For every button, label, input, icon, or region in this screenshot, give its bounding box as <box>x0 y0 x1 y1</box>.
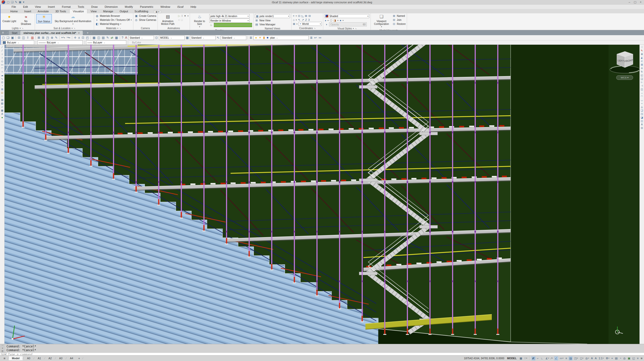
sun-status-button[interactable]: ☀ Sun Status <box>36 14 52 23</box>
pause-icon[interactable]: ‖ <box>181 14 183 17</box>
polar-tracking-icon[interactable]: ∡▾ <box>545 357 549 360</box>
ucs-face-icon[interactable]: ◺ <box>302 14 304 18</box>
chevron-down-icon[interactable]: ▾ <box>64 37 65 39</box>
text-icon[interactable]: A <box>1 113 3 115</box>
viewport-configuration-button[interactable]: ❏ Viewport Configuration ▾ <box>372 14 391 28</box>
chevron-down-icon[interactable]: ▾ <box>577 357 578 359</box>
offset-icon[interactable]: ⊂ <box>641 60 643 63</box>
ucs-z-icon[interactable]: Z <box>305 18 307 21</box>
panel-launcher-icon[interactable]: ↘ <box>119 27 121 29</box>
chevron-down-icon[interactable]: ▾ <box>337 19 338 22</box>
ucs-origin-icon[interactable]: ⌂ <box>293 18 295 21</box>
erase-icon[interactable]: ⊠ <box>37 35 41 40</box>
chevron-down-icon[interactable]: ▾ <box>552 357 553 359</box>
close-button[interactable]: × <box>640 1 641 4</box>
materials-on-off-button[interactable]: ◐ Materials On / Textures Off ▾ <box>95 18 132 22</box>
ellipse-icon[interactable]: ⊙ <box>1 81 3 84</box>
menu-iscaf[interactable]: iScaf <box>174 5 187 8</box>
selection-cycling-icon[interactable]: ◳▾ <box>574 357 578 360</box>
ribbon-tab-view[interactable]: View <box>87 9 100 13</box>
chevron-down-icon[interactable]: ▾ <box>296 15 297 17</box>
menu-tools[interactable]: Tools <box>74 5 88 8</box>
viewport-restore-button[interactable]: ⊡ Restore <box>392 22 406 26</box>
3d-polyline-icon[interactable]: ≀ <box>2 56 3 59</box>
ucs-object-icon[interactable]: ⊞ <box>305 14 307 18</box>
menu-edit[interactable]: Edit <box>20 5 31 8</box>
convert-3d-icon[interactable]: ◬ <box>641 106 643 108</box>
layer-color-swatch-icon[interactable]: ■ <box>266 35 269 40</box>
construction-line-icon[interactable]: ⁄ <box>2 49 3 52</box>
make-block-icon[interactable]: ⊡ <box>1 91 3 94</box>
copy-objects-icon[interactable]: ❏ <box>641 109 643 112</box>
pan-icon[interactable]: ✛ <box>73 35 77 40</box>
viewports-icon[interactable]: ▦ <box>92 35 96 40</box>
layer-select[interactable]: ●☀▮■ plan ⌄ <box>253 36 309 40</box>
extend-icon[interactable]: ⊣ <box>641 84 643 87</box>
layout-tab-a0[interactable]: A0 <box>24 356 33 360</box>
open-icon[interactable]: ❏ <box>6 35 10 40</box>
coordinates-readout[interactable]: 187542.4164, 34781.9336, 0.0000 <box>464 357 504 360</box>
polygon-icon[interactable]: ◇ <box>1 60 3 63</box>
clean-screen-icon[interactable]: ◱ <box>632 357 635 360</box>
ribbon-tab-visualize[interactable]: Visualize <box>69 9 88 13</box>
chevron-down-icon[interactable]: ▾ <box>296 19 297 21</box>
menu-format[interactable]: Format <box>58 5 74 8</box>
chevron-down-icon[interactable]: ▾ <box>328 19 329 22</box>
sun-panel-label[interactable]: Sun & Location ▾ ↘ <box>35 26 94 30</box>
snap-icon[interactable]: ∷▾ <box>524 357 528 360</box>
settings-gear-icon[interactable]: ⚙▾ <box>606 357 610 360</box>
linetype-select[interactable]: ——— ByLayer ⌄ <box>37 40 83 45</box>
new-view-button[interactable]: ⊞ New View <box>255 19 290 22</box>
no-shadows-button[interactable]: ●✕ No Shadows <box>18 14 33 26</box>
save-icon[interactable]: ▣ <box>11 35 14 40</box>
dynamic-ucs-icon[interactable]: ∠ <box>554 356 558 360</box>
ucs-select[interactable]: ⌖ World ▾ <box>299 22 322 26</box>
close-icon[interactable]: × <box>2 347 3 349</box>
lineweight-display-icon[interactable]: ≡ <box>565 357 567 360</box>
region-icon[interactable]: ▱ <box>1 106 3 108</box>
isodraft-icon[interactable]: ∕▾ <box>551 357 553 360</box>
edge-effects-icon[interactable]: ⬡ <box>330 19 332 22</box>
lineweight-select[interactable]: —— ByLayer ⌄ <box>86 40 126 45</box>
fillet-icon[interactable]: ◡ <box>641 98 643 101</box>
sheet-set-icon[interactable]: ▤ <box>101 35 105 40</box>
dim-style-icon[interactable]: ⟨⟩ <box>155 35 158 40</box>
new-drawing-tab-button[interactable]: + <box>87 31 89 35</box>
isolate-objects-icon[interactable]: ◎ <box>623 357 626 360</box>
zoom-extents-icon[interactable]: ◰ <box>86 35 89 40</box>
menu-draw[interactable]: Draw <box>88 5 101 8</box>
material-mapping-button[interactable]: ◧ Material Mapping ▾ <box>95 22 132 26</box>
ortho-icon[interactable]: ∟ <box>540 357 544 360</box>
render-to-size-button[interactable]: ♨ Render to Size ▾ <box>191 14 208 28</box>
chamfer-icon[interactable]: ◠ <box>641 95 643 98</box>
point-style-icon[interactable]: ● <box>1 116 3 119</box>
layer-on-bulb-icon[interactable]: ● <box>255 35 257 40</box>
start-tab[interactable]: Start <box>9 31 20 35</box>
render-target-select[interactable]: Render in Window ▾ <box>209 19 250 23</box>
ribbon-tab-3d-tools[interactable]: 3D Tools <box>52 9 69 13</box>
table-icon[interactable]: ▦ <box>1 109 3 112</box>
bring-to-front-icon[interactable]: ◪ <box>641 116 643 119</box>
circle-icon[interactable]: ○ <box>1 70 3 73</box>
grip-dots-icon[interactable]: ∷ <box>2 344 3 347</box>
render-environment-icon[interactable]: ◕ <box>325 19 326 22</box>
ucs-x-icon[interactable]: ↖ <box>298 18 300 22</box>
stop-icon[interactable]: □ <box>181 18 183 21</box>
opacity-field[interactable]: Opacity 60 <box>329 22 367 26</box>
rotate-icon[interactable]: ↻ <box>641 70 643 73</box>
menu-help[interactable]: Help <box>187 5 200 8</box>
undo-icon[interactable]: ↩▾ <box>61 35 65 40</box>
line-icon[interactable]: ∕ <box>2 46 3 48</box>
add-icon[interactable]: + <box>611 357 613 360</box>
grip-icon[interactable]: ∷ <box>641 46 642 48</box>
copy-icon[interactable]: ⊞ <box>41 35 45 40</box>
revision-cloud-icon[interactable]: ☁ <box>1 74 4 77</box>
ucs-named-icon[interactable]: ⊠ <box>293 22 295 26</box>
minimize-button[interactable]: – <box>629 1 630 4</box>
ribbon-tab-output[interactable]: Output <box>116 9 131 13</box>
menu-view[interactable]: View <box>31 5 45 8</box>
opacity-toggle-icon[interactable]: ◑ <box>325 23 328 26</box>
zoom-window-icon[interactable]: ⊡ <box>81 35 85 40</box>
create-light-button[interactable]: ● Create Light <box>2 14 17 23</box>
panel-launcher-icon[interactable]: ↘ <box>74 27 75 29</box>
